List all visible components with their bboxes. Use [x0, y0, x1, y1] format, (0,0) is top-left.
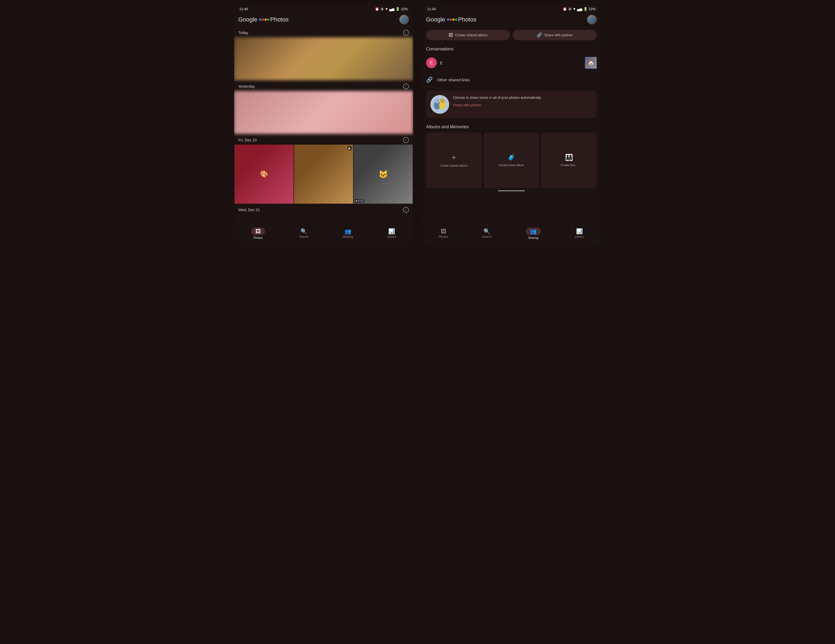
select-dec23-btn[interactable]: ✓: [403, 137, 409, 143]
nav-library-left[interactable]: 📊 Library: [383, 228, 401, 239]
conversation-item-e[interactable]: E E 🏠: [422, 55, 601, 71]
app-header-left: Google Photos 👤: [234, 13, 413, 28]
date-header-dec21: Wed, Dec 21 ✓: [234, 205, 413, 215]
date-dec23-label: Fri, Dec 23: [238, 138, 257, 142]
contact-name-e: E: [440, 61, 582, 65]
divider-1: [422, 72, 601, 72]
photos-nav-icon: 🖼: [255, 229, 261, 234]
date-section-dec23: Fri, Dec 23 ✓ 🎨 ▶ 🐱 ▶ 0:10: [234, 135, 413, 204]
date-section-today: Today ✓: [234, 28, 413, 80]
photo-thumb-2[interactable]: ▶: [294, 145, 353, 204]
signal-icon-r: ▄▅: [577, 7, 582, 11]
partner-description: Choose to share some or all of your phot…: [453, 95, 593, 100]
home-indicator-right: [498, 190, 525, 191]
logo-dot-red-r: [450, 18, 452, 21]
logo-dot-blue: [259, 18, 262, 21]
date-today-label: Today: [238, 31, 248, 35]
logo-dot-blue-r: [447, 18, 449, 21]
logo-dot-yellow: [265, 18, 267, 21]
photo-thumb-3[interactable]: 🐱 ▶ 0:10: [354, 145, 413, 204]
conversations-title: Conversations: [422, 44, 601, 55]
create-family-icon: 👨‍👩‍👧: [565, 154, 573, 161]
app-header-right: Google Photos 👤: [422, 13, 601, 28]
nav-library-label-left: Library: [387, 235, 396, 238]
left-screen: 11:40 ⏰ 🖥 ▼ ▄▅ 🔋 22% Google Photos 👤: [234, 4, 413, 246]
photo-thumb-1[interactable]: 🎨: [234, 145, 294, 204]
cast-icon: 🖥: [380, 7, 384, 11]
create-family-label: Create fam...: [559, 163, 579, 167]
share-with-partner-label: Share with partner: [544, 33, 573, 37]
select-dec21-btn[interactable]: ✓: [403, 207, 409, 213]
today-photo[interactable]: [234, 37, 413, 80]
status-icons-right: ⏰ 🖥 ▼ ▄▅ 🔋 22%: [563, 7, 596, 11]
nav-photos-label-right: Photos: [439, 235, 448, 238]
logo-photos-text-r: Photos: [458, 16, 476, 23]
bottom-nav-right: 🖼 Photos 🔍 Search 👥 Sharing 📊 Library: [422, 223, 601, 246]
status-time-left: 11:40: [239, 7, 248, 11]
logo-dot-red: [262, 18, 264, 21]
alarm-icon-r: ⏰: [563, 7, 567, 11]
share-with-partner-button[interactable]: 🔗 Share with partner: [513, 30, 597, 40]
logo-google-text-r: Google: [426, 16, 447, 23]
album-card-create-shared[interactable]: + Create shared album: [426, 133, 482, 188]
date-section-dec21: Wed, Dec 21 ✓: [234, 205, 413, 215]
partner-sharing-card[interactable]: Choose to share some or all of your phot…: [426, 91, 597, 118]
nav-photos-left[interactable]: 🖼 Photos: [247, 226, 270, 241]
other-shared-links-item[interactable]: 🔗 Other shared links: [422, 73, 601, 86]
nav-sharing-right[interactable]: 👥 Sharing: [521, 226, 545, 241]
other-shared-links-label: Other shared links: [437, 78, 470, 82]
albums-memories-title: Albums and Memories: [422, 120, 601, 133]
create-shared-icon: +: [452, 153, 456, 162]
partner-card-content: Choose to share some or all of your phot…: [453, 95, 593, 107]
battery-pct-right: 22%: [589, 7, 596, 11]
nav-photos-right[interactable]: 🖼 Photos: [435, 228, 452, 239]
nav-photos-label-left: Photos: [253, 236, 263, 239]
bottom-nav-left: 🖼 Photos 🔍 Search 👥 Sharing 📊 Library: [234, 223, 413, 246]
date-header-today: Today ✓: [234, 28, 413, 37]
album-card-create-travel[interactable]: 🧳 Create travel album: [484, 133, 539, 188]
battery-pct-left: 22%: [401, 7, 408, 11]
album-card-create-family[interactable]: 👨‍👩‍👧 Create fam...: [541, 133, 597, 188]
alarm-icon: ⏰: [375, 7, 379, 11]
status-bar-right: 11:40 ⏰ 🖥 ▼ ▄▅ 🔋 22%: [422, 4, 601, 13]
create-album-icon: 🖼: [448, 33, 453, 37]
date-dec21-label: Wed, Dec 21: [238, 208, 260, 212]
albums-grid: + Create shared album 🧳 Create travel al…: [422, 133, 601, 188]
sharing-nav-icon-left: 👥: [344, 229, 351, 234]
battery-icon-r: 🔋: [583, 7, 588, 11]
nav-sharing-label-left: Sharing: [343, 235, 353, 238]
yesterday-photo[interactable]: [234, 91, 413, 134]
wifi-icon: ▼: [385, 7, 388, 11]
google-photos-logo-right: Google Photos: [426, 16, 476, 23]
search-nav-icon-r: 🔍: [484, 229, 490, 234]
nav-search-label-right: Search: [482, 235, 492, 238]
photo-grid-dec23: 🎨 ▶ 🐱 ▶ 0:10: [234, 145, 413, 204]
photos-nav-icon-r: 🖼: [441, 229, 446, 234]
nav-search-label-left: Search: [299, 235, 309, 238]
logo-dot-yellow-r: [452, 18, 455, 21]
logo-dot-green: [267, 18, 270, 21]
select-yesterday-btn[interactable]: ✓: [403, 83, 409, 89]
share-partner-icon: 🔗: [537, 33, 542, 37]
status-time-right: 11:40: [427, 7, 436, 11]
sharing-action-buttons: 🖼 Create shared album 🔗 Share with partn…: [422, 28, 601, 44]
status-bar-left: 11:40 ⏰ 🖥 ▼ ▄▅ 🔋 22%: [234, 4, 413, 13]
nav-sharing-left[interactable]: 👥 Sharing: [338, 228, 357, 239]
user-avatar-left[interactable]: 👤: [399, 15, 409, 24]
wifi-icon-r: ▼: [573, 7, 576, 11]
nav-search-left[interactable]: 🔍 Search: [295, 228, 313, 239]
partner-share-link[interactable]: Share with partner: [453, 103, 481, 107]
user-avatar-right[interactable]: 👤: [587, 15, 597, 24]
select-today-btn[interactable]: ✓: [403, 30, 409, 36]
video-duration: ▶ 0:10: [355, 199, 364, 203]
battery-icon: 🔋: [395, 7, 400, 11]
sharing-nav-icon-r: 👥: [530, 229, 537, 234]
nav-library-label-right: Library: [575, 235, 584, 238]
nav-library-right[interactable]: 📊 Library: [571, 228, 588, 239]
nav-search-right[interactable]: 🔍 Search: [478, 228, 496, 239]
contact-avatar-e: E: [426, 57, 437, 68]
partner-illustration: [430, 95, 449, 114]
create-shared-album-button[interactable]: 🖼 Create shared album: [426, 30, 510, 40]
date-section-yesterday: Yesterday ✓: [234, 81, 413, 134]
right-screen: 11:40 ⏰ 🖥 ▼ ▄▅ 🔋 22% Google Photos 👤: [422, 4, 601, 246]
